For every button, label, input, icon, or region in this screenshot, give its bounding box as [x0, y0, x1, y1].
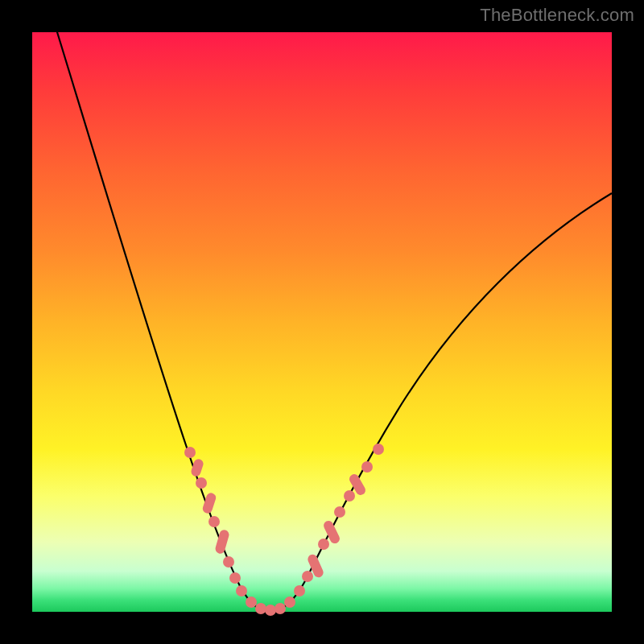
plot-area — [32, 32, 612, 612]
svg-point-17 — [318, 539, 329, 550]
chart-frame: TheBottleneck.com — [0, 0, 644, 644]
curve-markers — [184, 444, 384, 616]
svg-point-0 — [184, 447, 196, 458]
svg-point-12 — [275, 603, 286, 614]
svg-point-8 — [236, 585, 247, 597]
svg-point-9 — [246, 597, 257, 608]
bottleneck-curve — [55, 24, 612, 612]
svg-point-19 — [334, 506, 345, 518]
svg-point-7 — [229, 572, 241, 584]
svg-point-20 — [344, 490, 355, 502]
svg-point-2 — [196, 477, 207, 489]
svg-point-10 — [255, 603, 266, 614]
watermark-text: TheBottleneck.com — [480, 5, 634, 26]
svg-point-6 — [223, 556, 234, 568]
svg-point-13 — [284, 597, 295, 608]
curve-svg — [32, 32, 612, 612]
svg-point-14 — [294, 585, 305, 597]
svg-point-11 — [265, 605, 276, 616]
svg-point-4 — [208, 516, 220, 527]
svg-point-15 — [302, 571, 313, 582]
svg-point-23 — [373, 444, 384, 455]
svg-point-22 — [361, 461, 373, 473]
